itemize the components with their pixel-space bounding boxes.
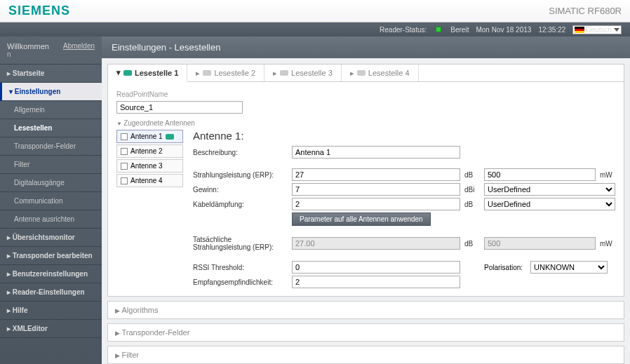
brand-logo: SIEMENS (8, 4, 70, 18)
apply-all-button[interactable]: Parameter auf alle Antennen anwenden (292, 213, 431, 226)
tab-readpoint[interactable]: ▸ Lesestelle 2 (187, 65, 264, 81)
sidebar-item[interactable]: ▸ Benutzereinstellungen (0, 265, 102, 283)
antenna-list-item[interactable]: Antenne 3 (116, 159, 183, 173)
erp-input[interactable] (292, 168, 460, 181)
app-header: SIEMENS SIMATIC RF680R (0, 0, 630, 22)
tab-bar: ▾ Lesestelle 1▸ Lesestelle 2▸ Lesestelle… (107, 64, 624, 82)
sidebar-item[interactable]: Lesestellen (0, 119, 102, 137)
sidebar-item[interactable]: Filter (0, 156, 102, 174)
collapsed-section[interactable]: Transponder-Felder (107, 323, 624, 342)
tab-readpoint[interactable]: ▾ Lesestelle 1 (108, 65, 187, 82)
chevron-down-icon (614, 28, 619, 32)
antenna-icon (166, 134, 174, 140)
real-erp-input (292, 237, 460, 250)
sidebar-item[interactable]: ▸ Reader-Einstellungen (0, 283, 102, 302)
erp-mw-input[interactable] (484, 168, 596, 181)
readpoint-label: ReadPointName (116, 90, 615, 98)
antenna-list: Antenne 1 Antenne 2 Antenne 3 Antenne 4 (116, 130, 183, 290)
product-name: SIMATIC RF680R (549, 6, 622, 16)
antenna-list-item[interactable]: Antenne 2 (116, 144, 183, 158)
sidebar-item[interactable]: Allgemein (0, 101, 102, 119)
readpoint-input[interactable] (116, 101, 243, 114)
tab-readpoint[interactable]: ▸ Lesestelle 3 (264, 65, 342, 81)
checkbox-icon[interactable] (121, 163, 128, 170)
sidebar-item[interactable]: ▸ Startseite (0, 65, 102, 83)
language-selector[interactable]: Deutsch (572, 25, 622, 34)
antenna-list-item[interactable]: Antenne 4 (116, 174, 183, 187)
gain-select[interactable]: UserDefined (484, 183, 615, 196)
status-bar: Reader-Status: Bereit Mon Nov 18 2013 12… (0, 22, 630, 36)
antenna-title: Antenne 1: (193, 130, 615, 142)
sidebar-item[interactable]: Antenne ausrichten (0, 210, 102, 229)
desc-input[interactable] (292, 146, 460, 159)
antenna-icon (280, 70, 288, 76)
antenna-icon (357, 70, 366, 76)
antenna-list-item[interactable]: Antenne 1 (116, 130, 183, 143)
status-label: Reader-Status: (380, 26, 427, 34)
sidebar-item[interactable]: Digitalausgänge (0, 174, 102, 192)
checkbox-icon[interactable] (121, 177, 128, 184)
antenna-icon (123, 70, 132, 76)
sidebar-welcome: Willkommen Abmelden n (0, 36, 102, 65)
collapsed-section[interactable]: Filter (107, 346, 624, 364)
sidebar: Willkommen Abmelden n ▸ Startseite▾ Eins… (0, 36, 102, 364)
page-title: Einstellungen - Lesestellen (102, 36, 630, 58)
status-time: 12:35:22 (538, 26, 565, 34)
sidebar-item[interactable]: ▸ Übersichtsmonitor (0, 229, 102, 247)
sensitivity-input[interactable] (292, 276, 460, 288)
sidebar-item[interactable]: Transponder-Felder (0, 137, 102, 156)
flag-de-icon (575, 27, 584, 33)
cable-select[interactable]: UserDefined (484, 198, 615, 210)
sidebar-item[interactable]: ▸ Transponder bearbeiten (0, 247, 102, 265)
sidebar-item[interactable]: ▾ Einstellungen (0, 83, 102, 101)
status-value: Bereit (450, 26, 469, 34)
status-indicator-icon (436, 27, 441, 32)
rssi-input[interactable] (292, 261, 460, 274)
sidebar-item[interactable]: ▸ Hilfe (0, 302, 102, 320)
status-date: Mon Nov 18 2013 (476, 26, 531, 34)
cable-input[interactable] (292, 198, 460, 210)
logout-link[interactable]: Abmelden (63, 42, 95, 50)
antenna-icon (203, 70, 211, 76)
sidebar-item[interactable]: Communication (0, 192, 102, 210)
gain-input[interactable] (292, 183, 460, 196)
sidebar-item[interactable]: ▸ XMLEditor (0, 320, 102, 338)
checkbox-icon[interactable] (121, 133, 128, 140)
tab-readpoint[interactable]: ▸ Lesestelle 4 (342, 65, 419, 81)
polarisation-select[interactable]: UNKNOWN (530, 261, 608, 274)
antenna-section-toggle[interactable]: Zugeordnete Antennen (116, 119, 615, 127)
real-mw-input (484, 237, 596, 250)
collapsed-section[interactable]: Algorithms (107, 301, 624, 319)
checkbox-icon[interactable] (121, 148, 128, 155)
